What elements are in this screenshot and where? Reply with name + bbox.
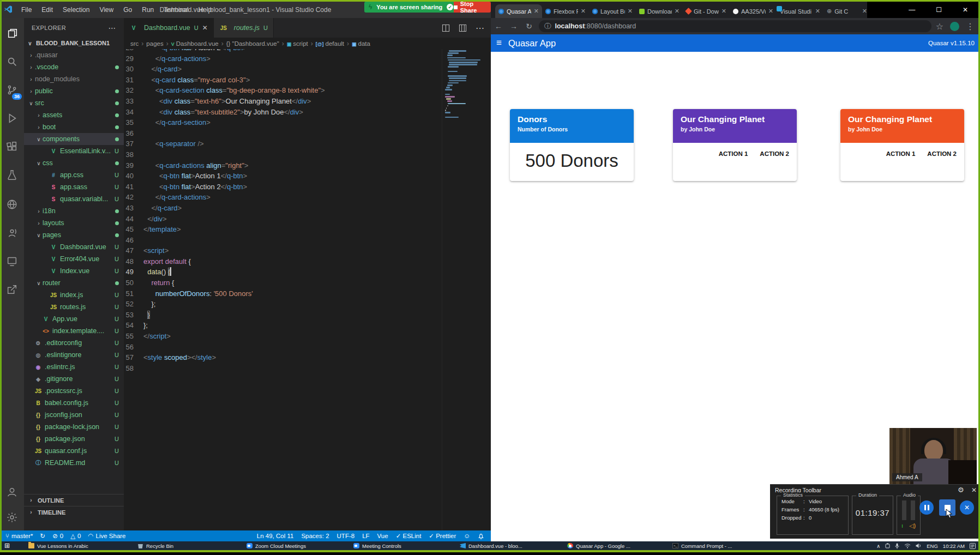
tree-item-app-css[interactable]: #app.cssU xyxy=(24,169,124,181)
taskbar-item-vue-lessons-in-arabic[interactable]: Vue Lessons in Arabic xyxy=(28,541,88,550)
forward-icon[interactable]: → xyxy=(506,22,521,31)
back-icon[interactable]: ← xyxy=(491,22,506,31)
source-control-icon[interactable]: 36 xyxy=(0,79,24,101)
tree-item-essentiallink-v-[interactable]: VEssentialLink.v...U xyxy=(24,145,124,157)
code-line-38[interactable]: 38 xyxy=(124,149,442,160)
code-editor[interactable]: 28 <q-btn flat>Action 2</q-btn>29 </q-ca… xyxy=(124,49,442,373)
browser-tab-aa325-vue-[interactable]: AA325/Vue_✕ xyxy=(730,4,777,18)
tray-expand-icon[interactable]: ∧ xyxy=(876,543,880,549)
editor-tab-dashboard.vue[interactable]: V Dashboard.vue U ✕ xyxy=(124,18,214,38)
code-line-31[interactable]: 31 <q-card class="my-card col-3"> xyxy=(124,75,442,86)
tree-item-quasar-conf-js[interactable]: JSquasar.conf.jsU xyxy=(24,445,124,457)
status-item[interactable]: Vue xyxy=(377,533,388,539)
status-item[interactable]: ✓ Prettier xyxy=(429,532,456,540)
tree-item-package-lock-json[interactable]: {}package-lock.jsonU xyxy=(24,421,124,433)
breadcrumb-item[interactable]: VDashboard.vue xyxy=(171,40,219,47)
tree-item-router[interactable]: ∨router xyxy=(24,277,124,289)
close-tab-icon[interactable]: ✕ xyxy=(581,8,586,15)
breadcrumb-item[interactable]: [@]default xyxy=(316,40,344,47)
status-item[interactable]: LF xyxy=(362,533,369,539)
tree-item-i18n[interactable]: ›i18n xyxy=(24,205,124,217)
live-share-icon[interactable] xyxy=(0,222,24,244)
browser-close-icon[interactable]: ✕ xyxy=(963,6,968,14)
split-editor-icon[interactable] xyxy=(442,24,450,32)
code-line-52[interactable]: 52 }; xyxy=(124,299,442,310)
tree-item--eslintrc-js[interactable]: ◉.eslintrc.jsU xyxy=(24,361,124,373)
profile-avatar[interactable] xyxy=(950,22,959,31)
tree-item-src[interactable]: ∨src xyxy=(24,97,124,109)
code-line-30[interactable]: 30 </q-card> xyxy=(124,64,442,75)
share-icon[interactable] xyxy=(0,279,24,300)
close-tab-icon[interactable]: ✕ xyxy=(722,8,726,15)
card-action-button[interactable]: ACTION 2 xyxy=(927,150,957,157)
globe-icon[interactable] xyxy=(0,194,24,215)
tray-language[interactable]: ENG xyxy=(927,543,938,549)
browser-tab-git-downlo[interactable]: Git - Downlo✕ xyxy=(683,4,730,18)
notifications-bell-icon[interactable] xyxy=(478,533,484,540)
tree-item-pages[interactable]: ∨pages xyxy=(24,229,124,241)
browser-tab-git-c[interactable]: ⊕Git C✕ xyxy=(823,4,870,18)
code-line-47[interactable]: 47<script> xyxy=(124,245,442,256)
status-item[interactable]: UTF-8 xyxy=(337,533,355,539)
code-line-46[interactable]: 46 xyxy=(124,235,442,246)
more-actions-icon[interactable]: ⋯ xyxy=(476,23,484,33)
tree-item-layouts[interactable]: ›layouts xyxy=(24,217,124,229)
tree-item--gitignore[interactable]: ◆.gitignoreU xyxy=(24,373,124,385)
code-line-29[interactable]: 29 </q-card-actions> xyxy=(124,53,442,64)
code-line-53[interactable]: 53 } xyxy=(124,310,442,321)
menu-selection[interactable]: Selection xyxy=(58,6,94,14)
close-tab-icon[interactable]: ✕ xyxy=(675,8,680,15)
editor-tab-routes.js[interactable]: JS routes.js U xyxy=(214,18,274,38)
tree-item-index-template-[interactable]: <>index.template....U xyxy=(24,325,124,337)
status-warning-icon[interactable]: △0 xyxy=(70,532,81,540)
tree-item-node-modules[interactable]: ›node_modules xyxy=(24,73,124,85)
code-line-51[interactable]: 51 numberOfDonors: '500 Donors' xyxy=(124,288,442,299)
tree-item--vscode[interactable]: ›.vscode xyxy=(24,61,124,73)
outline-section[interactable]: › OUTLINE xyxy=(24,494,124,506)
code-line-39[interactable]: 39 <q-card-actions align="right"> xyxy=(124,160,442,171)
browser-tab-download-n[interactable]: Download | N✕ xyxy=(636,4,683,18)
timeline-section[interactable]: › TIMELINE xyxy=(24,506,124,518)
code-line-48[interactable]: 48export default { xyxy=(124,256,442,267)
run-debug-icon[interactable] xyxy=(0,107,24,129)
tree-item-jsconfig-json[interactable]: {}jsconfig.jsonU xyxy=(24,409,124,421)
browser-minimize-icon[interactable]: — xyxy=(909,6,915,14)
recorder-close-icon[interactable]: ✕ xyxy=(971,486,977,494)
site-info-icon[interactable]: ⓘ xyxy=(544,22,551,31)
code-line-55[interactable]: 55</script> xyxy=(124,331,442,342)
taskbar-item-command-prompt-[interactable]: >_ Command Prompt - ... xyxy=(672,541,732,550)
code-line-45[interactable]: 45</template> xyxy=(124,224,442,235)
code-line-32[interactable]: 32 <q-card-section class="bg-deep-orange… xyxy=(124,85,442,96)
code-line-49[interactable]: 49 data() { xyxy=(124,267,442,278)
editor-layout-icon[interactable] xyxy=(459,24,467,32)
code-line-42[interactable]: 42 </q-card-actions> xyxy=(124,192,442,203)
code-line-43[interactable]: 43 </q-card> xyxy=(124,203,442,214)
close-tab-icon[interactable]: ✕ xyxy=(768,8,773,15)
tree-item-index-vue[interactable]: VIndex.vueU xyxy=(24,265,124,277)
tree-item-index-js[interactable]: JSindex.jsU xyxy=(24,289,124,301)
tree-item-components[interactable]: ∨components xyxy=(24,133,124,145)
explorer-icon[interactable] xyxy=(0,22,24,44)
tree-item-app-vue[interactable]: VApp.vueU xyxy=(24,313,124,325)
tree-root[interactable]: ∨ BLOOD_BANK_LESSON1 xyxy=(24,37,124,49)
code-line-41[interactable]: 41 <q-btn flat>Action 2</q-btn> xyxy=(124,182,442,192)
status-sync-icon[interactable]: ↻ xyxy=(40,532,46,540)
settings-gear-icon[interactable] xyxy=(0,506,24,528)
bookmark-star-icon[interactable]: ☆ xyxy=(936,21,943,32)
status-branch-icon[interactable]: ⑂master* xyxy=(5,533,33,539)
feedback-smiley-icon[interactable]: ☺ xyxy=(464,533,470,539)
code-line-44[interactable]: 44 </div> xyxy=(124,214,442,225)
code-line-33[interactable]: 33 <div class="text-h6">Our Changing Pla… xyxy=(124,96,442,107)
tree-item--eslintignore[interactable]: ◎.eslintignoreU xyxy=(24,349,124,361)
tree-item-assets[interactable]: ›assets xyxy=(24,109,124,121)
status-error-icon[interactable]: ⊘0 xyxy=(52,532,63,540)
card-action-button[interactable]: ACTION 1 xyxy=(719,150,748,157)
pause-recording-button[interactable] xyxy=(919,500,934,515)
breadcrumb-item[interactable]: pages xyxy=(146,40,163,47)
breadcrumb-item[interactable]: ▣script xyxy=(287,40,308,47)
tree-item--editorconfig[interactable]: ⚙.editorconfigU xyxy=(24,337,124,349)
menu-run[interactable]: Run xyxy=(137,6,159,14)
browser-tab-quasar-app[interactable]: Quasar App✕ xyxy=(495,4,542,18)
tray-clock[interactable]: 10:22 AM xyxy=(943,543,965,549)
menu-terminal[interactable]: Terminal xyxy=(159,6,193,14)
